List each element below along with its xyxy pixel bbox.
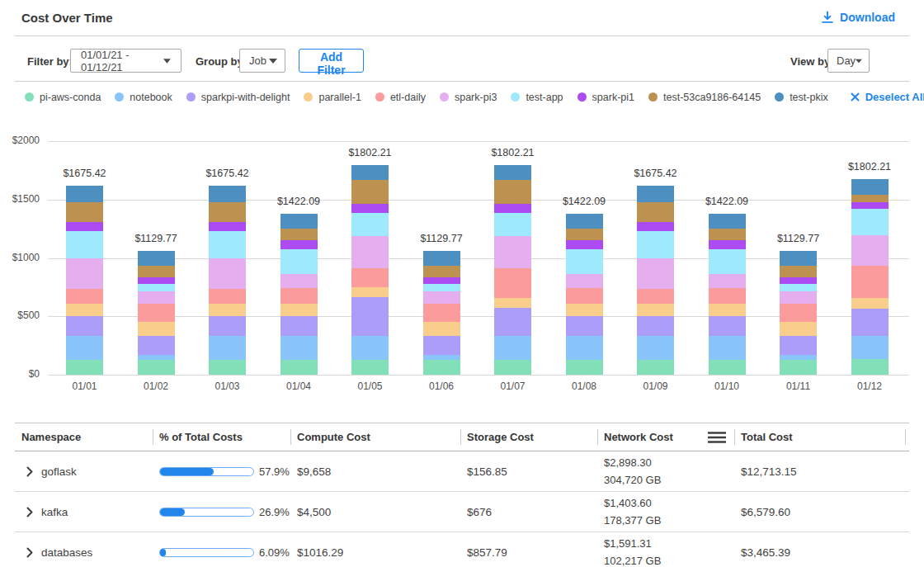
bar-segment-test-53ca9186-64145[interactable] (566, 229, 603, 240)
bar-segment-test-app[interactable] (494, 213, 531, 236)
bar-segment-notebook[interactable] (138, 355, 175, 360)
bar-segment-test-pkix[interactable] (709, 214, 746, 229)
legend-item-spark-pi3[interactable]: spark-pi3 (440, 92, 497, 103)
bar-segment-test-app[interactable] (138, 284, 175, 291)
bar-segment-spark-pi3[interactable] (851, 235, 889, 266)
bar-segment-notebook[interactable] (280, 336, 318, 359)
bar-segment-test-app[interactable] (851, 209, 889, 235)
chevron-right-icon[interactable] (25, 466, 35, 477)
bar-segment-etl-daily[interactable] (566, 288, 603, 305)
bar-segment-test-app[interactable] (351, 213, 389, 236)
bar-segment-notebook[interactable] (423, 355, 460, 360)
bar-segment-spark-pi3[interactable] (209, 258, 246, 289)
download-button[interactable]: Download (821, 11, 895, 24)
bar-segment-pi-aws-conda[interactable] (66, 360, 103, 375)
bar-segment-parallel-1[interactable] (138, 322, 175, 336)
bar-segment-spark-pi3[interactable] (66, 258, 103, 289)
date-range-select[interactable]: 01/01/21 - 01/12/21 (70, 49, 182, 73)
bar-segment-spark-pi1[interactable] (209, 222, 246, 231)
bar-segment-sparkpi-with-delight[interactable] (566, 316, 603, 337)
bar-segment-test-app[interactable] (280, 249, 318, 274)
bar-segment-notebook[interactable] (780, 355, 817, 360)
bar-segment-test-53ca9186-64145[interactable] (637, 202, 674, 222)
bar-segment-sparkpi-with-delight[interactable] (423, 336, 460, 355)
bar-segment-spark-pi1[interactable] (280, 240, 318, 249)
chevron-right-icon[interactable] (25, 507, 35, 517)
bar-segment-sparkpi-with-delight[interactable] (851, 309, 889, 336)
column-header-total-cost[interactable]: Total Cost (734, 423, 909, 451)
legend-item-notebook[interactable]: notebook (115, 92, 172, 103)
bar-segment-etl-daily[interactable] (209, 289, 246, 304)
view-by-select[interactable]: Day (827, 49, 870, 73)
group-by-select[interactable]: Job (239, 49, 285, 73)
bar-segment-test-pkix[interactable] (209, 186, 246, 201)
bar-segment-etl-daily[interactable] (423, 304, 460, 321)
bar-segment-pi-aws-conda[interactable] (138, 360, 175, 375)
bar-segment-test-53ca9186-64145[interactable] (780, 266, 817, 276)
bar-segment-spark-pi1[interactable] (351, 204, 389, 213)
bar-segment-parallel-1[interactable] (280, 304, 318, 315)
bar-segment-spark-pi3[interactable] (138, 291, 175, 305)
bar-segment-test-53ca9186-64145[interactable] (351, 180, 389, 203)
bar-segment-spark-pi3[interactable] (494, 236, 531, 267)
bar-segment-test-app[interactable] (423, 284, 460, 291)
add-filter-button[interactable]: Add Filter (299, 49, 364, 73)
bar-segment-spark-pi3[interactable] (780, 291, 817, 305)
legend-item-test-pkix[interactable]: test-pkix (775, 92, 828, 103)
legend-item-parallel-1[interactable]: parallel-1 (304, 92, 361, 103)
bar-segment-notebook[interactable] (851, 336, 889, 359)
bar-segment-sparkpi-with-delight[interactable] (637, 316, 674, 335)
bar-segment-etl-daily[interactable] (637, 289, 674, 304)
bar-segment-test-app[interactable] (566, 249, 603, 274)
bar-segment-pi-aws-conda[interactable] (566, 360, 603, 375)
bar-segment-spark-pi1[interactable] (851, 202, 889, 209)
bar-segment-pi-aws-conda[interactable] (280, 360, 318, 375)
bar-segment-parallel-1[interactable] (851, 298, 889, 309)
column-header-storage-cost[interactable]: Storage Cost (460, 423, 597, 451)
bar-segment-spark-pi1[interactable] (566, 240, 603, 249)
column-header-network-cost[interactable]: Network Cost (597, 423, 734, 451)
bar-segment-test-pkix[interactable] (494, 165, 531, 180)
bar-segment-parallel-1[interactable] (566, 304, 603, 315)
bar-segment-parallel-1[interactable] (423, 322, 460, 336)
bar-segment-parallel-1[interactable] (351, 287, 389, 297)
bar-segment-test-pkix[interactable] (66, 186, 103, 201)
bar-segment-spark-pi3[interactable] (566, 274, 603, 287)
bar-segment-spark-pi3[interactable] (637, 258, 674, 289)
bar-segment-etl-daily[interactable] (494, 268, 531, 298)
legend-item-test-app[interactable]: test-app (511, 92, 563, 103)
bar-segment-notebook[interactable] (494, 336, 531, 360)
bar-segment-notebook[interactable] (209, 336, 246, 361)
bar-segment-pi-aws-conda[interactable] (494, 360, 531, 375)
bar-segment-pi-aws-conda[interactable] (351, 360, 389, 375)
chevron-right-icon[interactable] (25, 547, 35, 558)
column-header-pct-total-costs[interactable]: % of Total Costs (153, 423, 290, 451)
bar-segment-sparkpi-with-delight[interactable] (209, 316, 246, 335)
bar-segment-test-pkix[interactable] (351, 165, 389, 180)
bar-segment-spark-pi1[interactable] (423, 277, 460, 284)
bar-segment-etl-daily[interactable] (66, 289, 103, 304)
bar-segment-pi-aws-conda[interactable] (709, 360, 746, 375)
deselect-all-button[interactable]: Deselect All (851, 91, 924, 103)
bar-segment-parallel-1[interactable] (209, 304, 246, 316)
bar-segment-test-pkix[interactable] (566, 214, 603, 229)
legend-item-etl-daily[interactable]: etl-daily (375, 92, 426, 103)
bar-segment-test-pkix[interactable] (851, 179, 889, 195)
bar-segment-pi-aws-conda[interactable] (637, 360, 674, 375)
bar-segment-test-app[interactable] (209, 231, 246, 258)
bar-segment-etl-daily[interactable] (138, 304, 175, 321)
bar-segment-sparkpi-with-delight[interactable] (66, 316, 103, 335)
bar-segment-test-pkix[interactable] (138, 251, 175, 266)
bar-segment-test-pkix[interactable] (423, 251, 460, 266)
bar-segment-test-53ca9186-64145[interactable] (209, 202, 246, 222)
bar-segment-parallel-1[interactable] (709, 304, 746, 315)
bar-segment-notebook[interactable] (66, 336, 103, 361)
bar-segment-sparkpi-with-delight[interactable] (138, 336, 175, 355)
bar-segment-test-app[interactable] (637, 231, 674, 258)
bar-segment-etl-daily[interactable] (851, 266, 889, 297)
bar-segment-test-53ca9186-64145[interactable] (851, 195, 889, 202)
bar-segment-test-53ca9186-64145[interactable] (280, 229, 318, 240)
bar-segment-test-pkix[interactable] (280, 214, 318, 229)
bar-segment-test-53ca9186-64145[interactable] (494, 180, 531, 203)
bar-segment-notebook[interactable] (566, 336, 603, 359)
